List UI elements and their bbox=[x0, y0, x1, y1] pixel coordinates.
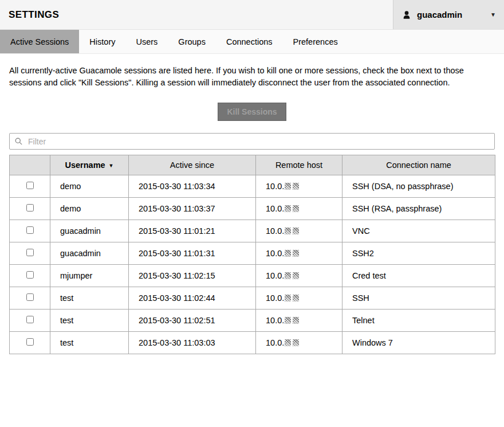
session-checkbox-cell bbox=[10, 265, 50, 287]
cell-remote-host: 10.0. bbox=[256, 220, 342, 242]
cell-remote-host: 10.0. bbox=[256, 265, 342, 287]
table-row: demo 2015-03-30 11:03:37 10.0. SSH (RSA,… bbox=[10, 198, 495, 220]
session-checkbox[interactable] bbox=[26, 338, 34, 346]
tab-users[interactable]: Users bbox=[125, 30, 168, 53]
cell-connection-name: Telnet bbox=[342, 310, 495, 332]
cell-remote-host: 10.0. bbox=[256, 198, 342, 220]
tab-label: Preferences bbox=[293, 37, 338, 46]
session-checkbox[interactable] bbox=[26, 271, 34, 279]
cell-connection-name: SSH2 bbox=[342, 242, 495, 265]
redacted-pixels bbox=[285, 228, 291, 234]
cell-active-since: 2015-03-30 11:02:44 bbox=[129, 287, 256, 310]
column-header-checkbox bbox=[10, 155, 50, 175]
redacted-pixels bbox=[293, 295, 299, 301]
tab-label: History bbox=[89, 37, 115, 46]
cell-username: test bbox=[50, 332, 129, 354]
cell-connection-name: Windows 7 bbox=[342, 332, 495, 354]
session-checkbox[interactable] bbox=[26, 182, 34, 189]
action-button-row: Kill Sessions bbox=[9, 103, 495, 121]
cell-username: test bbox=[50, 287, 129, 310]
remote-host-text: 10.0. bbox=[266, 226, 284, 236]
redacted-pixels bbox=[285, 183, 291, 190]
redacted-pixels bbox=[285, 317, 291, 324]
cell-username: guacadmin bbox=[50, 242, 129, 265]
remote-host-text: 10.0. bbox=[266, 182, 284, 191]
remote-host-text: 10.0. bbox=[266, 293, 284, 303]
cell-username: demo bbox=[50, 175, 129, 198]
redacted-pixels bbox=[293, 228, 299, 234]
remote-host-text: 10.0. bbox=[266, 338, 284, 347]
redacted-pixels bbox=[285, 272, 291, 279]
cell-remote-host: 10.0. bbox=[256, 175, 342, 198]
active-sessions-section: All currently-active Guacamole sessions … bbox=[0, 65, 504, 354]
cell-active-since: 2015-03-30 11:02:15 bbox=[129, 265, 256, 287]
remote-host-text: 10.0. bbox=[266, 249, 284, 258]
cell-active-since: 2015-03-30 11:03:03 bbox=[129, 332, 256, 354]
session-checkbox-cell bbox=[10, 220, 50, 242]
remote-host-text: 10.0. bbox=[266, 204, 284, 213]
redacted-pixels bbox=[285, 250, 291, 257]
session-checkbox-cell bbox=[10, 310, 50, 332]
tab-connections[interactable]: Connections bbox=[216, 30, 283, 53]
session-checkbox-cell bbox=[10, 198, 50, 220]
session-checkbox[interactable] bbox=[26, 316, 34, 323]
session-checkbox[interactable] bbox=[26, 204, 34, 211]
cell-username: demo bbox=[50, 198, 129, 220]
cell-active-since: 2015-03-30 11:02:51 bbox=[129, 310, 256, 332]
session-checkbox-cell bbox=[10, 175, 50, 198]
table-row: test 2015-03-30 11:02:51 10.0. Telnet bbox=[10, 310, 495, 332]
sort-descending-icon: ▼ bbox=[109, 163, 114, 169]
remote-host-text: 10.0. bbox=[266, 271, 284, 280]
cell-active-since: 2015-03-30 11:01:21 bbox=[129, 220, 256, 242]
remote-host-text: 10.0. bbox=[266, 316, 284, 325]
session-checkbox-cell bbox=[10, 287, 50, 310]
search-icon bbox=[14, 137, 23, 146]
redacted-pixels bbox=[285, 339, 291, 346]
cell-connection-name: SSH bbox=[342, 287, 495, 310]
user-icon bbox=[401, 10, 412, 20]
cell-username: test bbox=[50, 310, 129, 332]
filter-input[interactable] bbox=[27, 136, 490, 147]
cell-connection-name: VNC bbox=[342, 220, 495, 242]
session-checkbox[interactable] bbox=[26, 249, 34, 256]
table-row: mjumper 2015-03-30 11:02:15 10.0. Cred t… bbox=[10, 265, 495, 287]
redacted-pixels bbox=[293, 339, 299, 346]
table-row: demo 2015-03-30 11:03:34 10.0. SSH (DSA,… bbox=[10, 175, 495, 198]
redacted-pixels bbox=[293, 183, 299, 190]
tab-history[interactable]: History bbox=[79, 30, 125, 53]
cell-active-since: 2015-03-30 11:03:37 bbox=[129, 198, 256, 220]
redacted-pixels bbox=[285, 295, 291, 301]
session-checkbox-cell bbox=[10, 242, 50, 265]
tab-label: Connections bbox=[226, 37, 273, 46]
cell-remote-host: 10.0. bbox=[256, 310, 342, 332]
table-row: test 2015-03-30 11:02:44 10.0. SSH bbox=[10, 287, 495, 310]
cell-remote-host: 10.0. bbox=[256, 332, 342, 354]
sessions-table: Username▼Active sinceRemote hostConnecti… bbox=[9, 155, 495, 354]
tab-groups[interactable]: Groups bbox=[168, 30, 216, 53]
session-checkbox[interactable] bbox=[26, 293, 34, 301]
filter-box bbox=[9, 133, 495, 150]
column-header-username[interactable]: Username▼ bbox=[50, 155, 129, 175]
cell-active-since: 2015-03-30 11:03:34 bbox=[129, 175, 256, 198]
column-header-connection-name[interactable]: Connection name bbox=[342, 155, 495, 175]
user-menu-button[interactable]: guacadmin ▼ bbox=[393, 0, 504, 29]
app-header: SETTINGS guacadmin ▼ bbox=[0, 0, 504, 30]
tab-preferences[interactable]: Preferences bbox=[283, 30, 348, 53]
tab-bar: Active Sessions History Users Groups Con… bbox=[0, 30, 504, 54]
cell-connection-name: SSH (DSA, no passphrase) bbox=[342, 175, 495, 198]
session-checkbox-cell bbox=[10, 332, 50, 354]
column-header-active-since[interactable]: Active since bbox=[129, 155, 256, 175]
cell-connection-name: Cred test bbox=[342, 265, 495, 287]
redacted-pixels bbox=[285, 205, 291, 212]
cell-remote-host: 10.0. bbox=[256, 242, 342, 265]
tab-active-sessions[interactable]: Active Sessions bbox=[0, 30, 79, 53]
redacted-pixels bbox=[293, 250, 299, 257]
cell-connection-name: SSH (RSA, passphrase) bbox=[342, 198, 495, 220]
session-checkbox[interactable] bbox=[26, 226, 34, 234]
cell-username: guacadmin bbox=[50, 220, 129, 242]
page-title: SETTINGS bbox=[0, 0, 59, 29]
redacted-pixels bbox=[293, 205, 299, 212]
kill-sessions-button[interactable]: Kill Sessions bbox=[218, 103, 286, 121]
cell-active-since: 2015-03-30 11:01:31 bbox=[129, 242, 256, 265]
column-header-remote-host[interactable]: Remote host bbox=[256, 155, 342, 175]
